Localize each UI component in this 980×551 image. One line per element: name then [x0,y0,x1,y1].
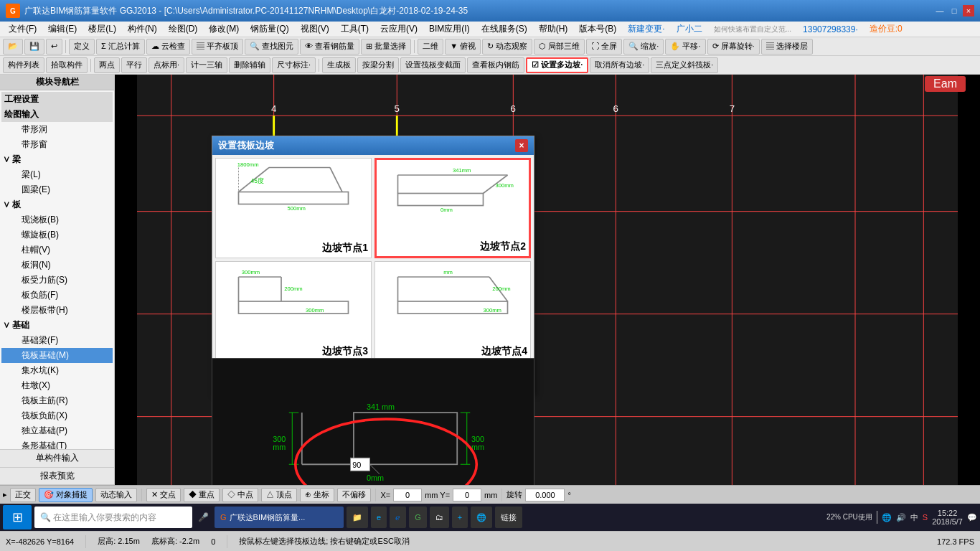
menu-help2[interactable]: 如何快速布置自定义范... [708,23,797,36]
taskbar-item-ie[interactable]: e [371,507,387,528]
tb-define[interactable]: 定义 [69,39,95,55]
x-input[interactable] [393,489,422,501]
menu-tools[interactable]: 工具(T) [335,22,374,37]
snap-btn-object[interactable]: 🎯 对象捕捉 [39,488,93,502]
taskbar-item-ie2[interactable]: ℯ [390,507,406,528]
tb-partial-3d[interactable]: ⬡ 局部三维 [534,39,585,55]
taskbar-item-link[interactable]: 链接 [495,507,522,528]
tree-item-cast-slab[interactable]: 现浇板(B) [1,212,113,227]
tree-item-col-pier[interactable]: 柱墩(X) [1,378,113,393]
report-preview[interactable]: 报表预览 [0,468,114,486]
tb-cancel-slope[interactable]: 取消所有边坡· [590,57,649,73]
tree-item-ind-found[interactable]: 独立基础(P) [1,423,113,438]
menu-cost[interactable]: 造价豆:0 [864,22,908,37]
tb-count-axis[interactable]: 计一三轴 [186,57,227,73]
tb-view-rebar[interactable]: 👁 查看钢筋量 [300,39,359,55]
dialog-title-bar[interactable]: 设置筏板边坡 × [212,136,534,155]
menu-draw[interactable]: 绘图(D) [163,22,204,37]
tree-item-project-settings[interactable]: 工程设置 [1,92,113,107]
start-btn[interactable]: ⊞ [3,505,32,529]
tree-item-floor-band[interactable]: 楼层板带(H) [1,303,113,318]
snap-btn-coord[interactable]: ⊕ 坐标 [300,488,334,502]
menu-help[interactable]: 帮助(H) [533,22,574,37]
tb-undo[interactable]: ↩ [46,39,62,55]
maximize-btn[interactable]: □ [948,5,960,17]
tree-group-slab[interactable]: ∨ 板 [1,197,113,212]
notification-icon[interactable]: 💬 [967,513,977,522]
tree-item-strip-window[interactable]: 带形窗 [1,137,113,152]
taskbar-item-misc3[interactable]: 🌐 [471,507,492,528]
tb-pan[interactable]: ✋ 平移· [665,39,705,55]
menu-file[interactable]: 文件(F) [3,22,42,37]
dialog-close-btn[interactable]: × [515,139,528,152]
tb-gen-slab[interactable]: 生成板 [322,57,356,73]
tb-two-points[interactable]: 两点 [94,57,120,73]
snap-btn-dynamic[interactable]: 动态输入 [95,488,137,502]
tree-group-foundation[interactable]: ∨ 基础 [1,318,113,333]
tb-parallel[interactable]: 平行 [121,57,147,73]
snap-btn-orthogonal[interactable]: 正交 [10,488,36,502]
dialog-cell-1[interactable]: 45度 1800mm 500mm 边坡节点1 [215,158,372,258]
tree-item-slab-neg-rebar[interactable]: 板负筋(F) [1,288,113,303]
menu-new-change[interactable]: 新建变更· [622,22,670,37]
menu-phone[interactable]: 13907298339· [797,23,864,36]
tree-item-strip-found[interactable]: 条形基础(T) [1,438,113,449]
dialog-cell-3[interactable]: 300mm 200mm 300mm 边坡节点3 [215,261,372,362]
tree-item-raft[interactable]: 筏板基础(M) [1,348,113,363]
taskbar-item-chrome[interactable]: G [409,507,427,528]
rotate-input[interactable] [525,489,565,501]
tree-group-beam[interactable]: ∨ 梁 [1,152,113,167]
tb-calculate[interactable]: Σ 汇总计算 [96,39,145,55]
tree-item-found-beam[interactable]: 基础梁(F) [1,333,113,348]
mic-icon[interactable]: 🎤 [195,512,212,522]
dialog-cell-2[interactable]: 341mm 300mm 0mm 边坡节点2 [374,158,531,258]
tb-batch-select[interactable]: ⊞ 批量选择 [361,39,411,55]
dialog-cell-4[interactable]: mm 200mm 300mm 边坡节点4 [374,261,531,362]
tree-item-draw-input[interactable]: 绘图输入 [1,107,113,122]
menu-view[interactable]: 视图(V) [295,22,335,37]
menu-modify[interactable]: 修改(M) [203,22,245,37]
menu-rebar[interactable]: 钢筋量(Q) [245,22,294,37]
taskbar-item-misc1[interactable]: 🗂 [430,507,449,528]
tb-dynamic[interactable]: ↻ 动态观察 [482,39,532,55]
snap-btn-midpoint[interactable]: ◇ 中点 [222,488,258,502]
snap-btn-vertex[interactable]: △ 顶点 [261,488,297,502]
tb-split-beam[interactable]: 按梁分割 [357,57,399,73]
minimize-btn[interactable]: — [934,5,946,17]
tb-2d[interactable]: 二维 [418,39,443,55]
tb-view-inner-rebar[interactable]: 查看板内钢筋 [467,57,524,73]
menu-floor[interactable]: 楼层(L) [83,22,122,37]
close-btn[interactable]: × [963,5,974,17]
tb-pick-component[interactable]: 拾取构件 [46,57,88,73]
taskbar-item-explorer[interactable]: 📁 [347,507,368,528]
tb-align-top[interactable]: ▤ 平齐板顶 [192,39,243,55]
y-input[interactable] [453,489,481,501]
tb-save[interactable]: 💾 [24,39,44,55]
tb-zoom[interactable]: 🔍 缩放· [623,39,664,55]
taskbar-item-ggjapp[interactable]: G 广联达BIM钢筋算量... [215,507,344,528]
tree-item-spiral-slab[interactable]: 螺旋板(B) [1,227,113,242]
search-bar[interactable]: 🔍 在这里输入你要搜索的内容 [34,507,192,528]
tb-component-list[interactable]: 构件列表 [3,57,44,73]
tree-item-raft-main-rebar[interactable]: 筏板主筋(R) [1,393,113,408]
menu-online[interactable]: 在线服务(S) [476,22,533,37]
tree-item-slab-hole[interactable]: 板洞(N) [1,258,113,273]
tb-top-view[interactable]: ▼ 俯视 [445,39,481,55]
menu-edit[interactable]: 编辑(E) [42,22,83,37]
tree-item-col-cap[interactable]: 柱帽(V) [1,242,113,258]
tb-delete-aux[interactable]: 删除辅轴 [229,57,270,73]
tree-item-strip-hole[interactable]: 带形洞 [1,122,113,137]
menu-cloud[interactable]: 云应用(V) [374,22,423,37]
snap-btn-endpoint[interactable]: ◆ 重点 [184,488,220,502]
tb-cloud-check[interactable]: ☁ 云检查 [146,39,190,55]
menu-bim[interactable]: BIM应用(I) [423,22,476,37]
tb-rotate-screen[interactable]: ⟳ 屏幕旋转· [707,39,760,55]
single-component-input[interactable]: 单构件输入 [0,450,114,468]
snap-btn-no-offset[interactable]: 不偏移 [337,488,371,502]
tree-item-beam-l[interactable]: 梁(L) [1,167,113,182]
tree-item-slab-rebar[interactable]: 板受力筋(S) [1,273,113,288]
tb-find[interactable]: 🔍 查找图元 [245,39,298,55]
menu-component[interactable]: 构件(N) [122,22,163,37]
menu-gxiao[interactable]: 广小二 [671,22,708,37]
tb-select-floor[interactable]: ▤ 选择楼层 [761,39,813,55]
